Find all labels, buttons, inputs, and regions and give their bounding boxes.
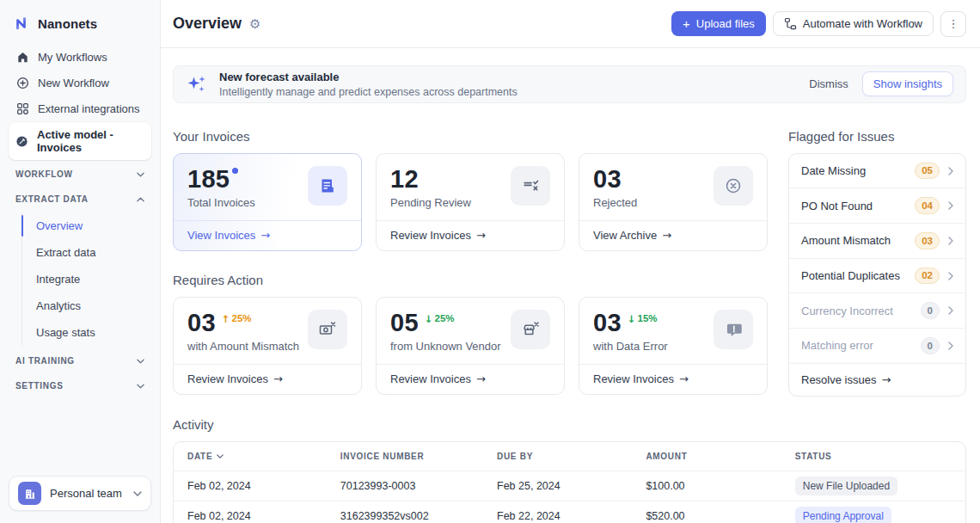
column-due-by[interactable]: DUE BY xyxy=(497,452,646,461)
sidebar-item-external-integrations[interactable]: External integrations xyxy=(9,96,151,121)
review-invoices-link[interactable]: Review Invoices → xyxy=(174,364,361,394)
review-invoices-link[interactable]: Review Invoices → xyxy=(377,220,564,250)
unknown-vendor-value: 05 xyxy=(390,310,419,336)
issue-label: Potential Duplicates xyxy=(801,269,915,282)
unknown-vendor-card: 05 ↓25% from Unknown Vendor Review Invoi… xyxy=(376,297,565,395)
stat-label: Rejected xyxy=(593,196,637,209)
issue-row-matching-error[interactable]: Matching error 0 xyxy=(789,329,965,364)
cell-due-by: Feb 22, 2024 xyxy=(497,510,646,522)
issue-row-amount-mismatch[interactable]: Amount Mismatch 03 xyxy=(789,224,965,259)
team-selector[interactable]: Personal team xyxy=(9,476,151,511)
issue-label: Matching error xyxy=(801,339,921,352)
rejected-card: 03 Rejected View Archive → xyxy=(579,153,768,251)
sidebar: Nanonets My Workflows New Workflow Exter… xyxy=(0,0,161,523)
more-options-button[interactable]: ⋮ xyxy=(940,11,966,37)
rejected-value: 03 xyxy=(593,166,622,193)
team-name: Personal team xyxy=(50,487,122,500)
total-invoices-card: 185 Total Invoices View Invoices xyxy=(173,153,362,251)
forecast-banner: New forecast available Intelligently man… xyxy=(173,65,966,103)
cell-status: New File Uploaded xyxy=(795,477,952,495)
column-invoice-number[interactable]: INVOICE NUMBER xyxy=(340,452,497,461)
column-amount[interactable]: AMOUNT xyxy=(646,452,794,461)
sidebar-item-active-model[interactable]: Active model - Invoices xyxy=(9,122,151,160)
plus-circle-icon xyxy=(15,77,29,89)
stat-label: Total Invoices xyxy=(187,196,255,209)
cell-date: Feb 02, 2024 xyxy=(187,510,340,522)
automate-workflow-label: Automate with Workflow xyxy=(803,17,922,30)
sidebar-item-label: My Workflows xyxy=(38,51,107,64)
trend-up: ↑25% xyxy=(222,313,252,325)
show-insights-button[interactable]: Show insights xyxy=(862,71,953,96)
sidebar-item-my-workflows[interactable]: My Workflows xyxy=(9,45,151,70)
count-badge: 04 xyxy=(915,197,940,214)
banner-subtitle: Intelligently manage and predict expense… xyxy=(219,85,518,99)
sidebar-item-usage-stats[interactable]: Usage stats xyxy=(22,319,151,346)
column-date[interactable]: DATE xyxy=(187,452,340,461)
chevron-down-icon xyxy=(137,359,144,364)
status-badge: New File Uploaded xyxy=(795,477,897,495)
gear-icon[interactable]: ⚙ xyxy=(249,16,260,32)
activity-title: Activity xyxy=(173,417,966,432)
automate-workflow-button[interactable]: Automate with Workflow xyxy=(773,11,934,36)
issue-row-currency-incorrect[interactable]: Currency Incorrect 0 xyxy=(789,293,965,329)
sidebar-item-analytics[interactable]: Analytics xyxy=(22,292,151,319)
count-badge: 0 xyxy=(921,337,940,354)
table-row[interactable]: Feb 02, 2024 70123993-0003 Feb 25, 2024 … xyxy=(174,471,965,501)
count-badge: 03 xyxy=(915,232,940,249)
arrow-right-icon: → xyxy=(662,229,671,242)
stat-body: 05 ↓25% from Unknown Vendor xyxy=(377,298,564,364)
stat-label: with Amount Mismatch xyxy=(187,340,299,353)
requires-action-cards: 03 ↑25% with Amount Mismatch Review Invo… xyxy=(173,297,768,395)
issue-row-potential-duplicates[interactable]: Potential Duplicates 02 xyxy=(789,259,965,294)
count-badge: 0 xyxy=(921,302,940,319)
sidebar-item-integrate[interactable]: Integrate xyxy=(22,266,151,292)
review-invoices-link[interactable]: Review Invoices → xyxy=(579,364,767,394)
status-badge: Pending Approval xyxy=(795,507,891,523)
stat-body: 185 Total Invoices xyxy=(174,154,361,220)
upload-files-button[interactable]: + Upload files xyxy=(671,11,766,36)
circle-x-icon xyxy=(714,166,753,206)
banner-actions: Dismiss Show insights xyxy=(809,71,953,96)
amount-mismatch-icon xyxy=(308,310,347,349)
sidebar-item-new-workflow[interactable]: New Workflow xyxy=(9,71,151,95)
cell-invoice-number: 3162399352vs002 xyxy=(340,510,497,522)
sidebar-item-overview[interactable]: Overview xyxy=(22,212,151,239)
stat-body: 03 ↓15% with Data Error xyxy=(579,298,767,364)
your-invoices-cards: 185 Total Invoices View Invoices xyxy=(173,153,768,251)
sidebar-section-settings[interactable]: SETTINGS xyxy=(9,372,151,397)
brand[interactable]: Nanonets xyxy=(9,0,151,44)
sidebar-item-extract-data[interactable]: Extract data xyxy=(22,239,151,266)
column-status[interactable]: STATUS xyxy=(795,452,952,461)
cell-amount: $520.00 xyxy=(646,510,794,522)
activity-section: Activity DATE INVOICE NUMBER DUE BY AMOU… xyxy=(173,417,966,523)
sidebar-section-extract-data[interactable]: EXTRACT DATA xyxy=(9,186,151,211)
sidebar-section-workflow[interactable]: WORKFLOW xyxy=(9,161,151,186)
unknown-vendor-icon xyxy=(511,310,550,349)
sidebar-item-label: New Workflow xyxy=(38,77,109,89)
arrow-right-icon: → xyxy=(679,372,689,385)
issue-row-date-missing[interactable]: Date Missing 05 xyxy=(789,154,965,189)
issue-label: Currency Incorrect xyxy=(801,305,921,317)
topbar: Overview ⚙ + Upload files Automate with … xyxy=(161,0,980,48)
cell-due-by: Feb 25, 2024 xyxy=(497,480,646,492)
link-label: Review Invoices xyxy=(593,372,674,385)
dismiss-button[interactable]: Dismiss xyxy=(809,77,848,90)
section-label: EXTRACT DATA xyxy=(15,194,89,204)
issue-row-po-not-found[interactable]: PO Not Found 04 xyxy=(789,188,965,224)
view-archive-link[interactable]: View Archive → xyxy=(579,220,767,250)
chevron-right-icon xyxy=(948,272,953,280)
view-invoices-link[interactable]: View Invoices → xyxy=(174,220,361,250)
stat-label: Pending Review xyxy=(390,196,471,209)
upload-files-label: Upload files xyxy=(696,17,755,30)
table-row[interactable]: Feb 02, 2024 3162399352vs002 Feb 22, 202… xyxy=(174,501,965,523)
sort-chevron-icon xyxy=(217,454,224,458)
resolve-issues-link[interactable]: Resolve issues → xyxy=(789,364,965,396)
link-label: Resolve issues xyxy=(801,373,876,386)
stat-body: 03 Rejected xyxy=(579,154,767,220)
stats-column: Your Invoices 185 Total Invoices xyxy=(173,129,768,397)
main-area: Overview ⚙ + Upload files Automate with … xyxy=(161,0,980,523)
table-header: DATE INVOICE NUMBER DUE BY AMOUNT STATUS xyxy=(174,442,965,471)
link-label: Review Invoices xyxy=(390,229,471,242)
sidebar-section-ai-training[interactable]: AI TRAINING xyxy=(9,348,151,372)
review-invoices-link[interactable]: Review Invoices → xyxy=(377,364,564,394)
